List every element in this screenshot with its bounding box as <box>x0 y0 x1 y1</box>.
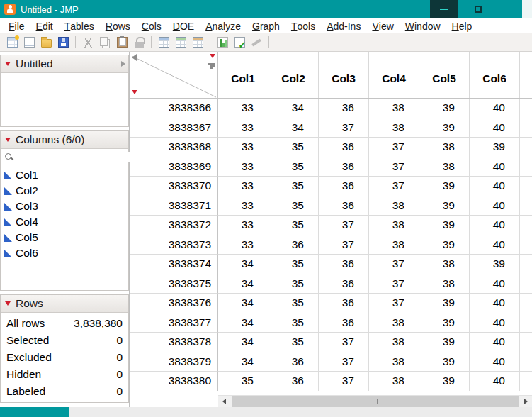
data-cell[interactable]: 37 <box>369 274 419 294</box>
data-cell[interactable]: 39 <box>419 118 470 138</box>
scrollbar-track[interactable] <box>230 396 520 408</box>
annotate-button[interactable] <box>248 35 265 50</box>
data-cell[interactable]: 34 <box>218 352 268 372</box>
data-cell[interactable]: 35 <box>218 372 268 391</box>
scrollbar-thumb[interactable] <box>232 396 519 408</box>
data-cell[interactable]: 37 <box>369 177 419 196</box>
menu-item-analyze[interactable]: Analyze <box>200 18 247 33</box>
data-cell[interactable]: 36 <box>319 138 369 157</box>
menu-item-rows[interactable]: Rows <box>100 18 136 33</box>
data-cell[interactable]: 37 <box>319 372 369 391</box>
column-item-col5[interactable]: Col5 <box>1 230 128 245</box>
data-cell[interactable]: 33 <box>218 177 268 196</box>
data-cell[interactable]: 39 <box>419 333 470 352</box>
data-cell[interactable]: 38 <box>369 235 419 255</box>
data-cell[interactable]: 39 <box>470 138 520 157</box>
data-cell[interactable]: 38 <box>419 138 470 157</box>
data-cell[interactable]: 39 <box>419 177 470 196</box>
data-cell[interactable]: 33 <box>218 157 268 177</box>
data-cell[interactable]: 34 <box>268 118 319 138</box>
data-cell[interactable]: 36 <box>319 313 369 333</box>
data-cell[interactable]: 38 <box>419 157 470 177</box>
data-cell[interactable]: 37 <box>319 118 369 138</box>
grid-filter-icon[interactable] <box>208 63 215 69</box>
row-number-cell[interactable]: 3838367 <box>130 118 218 138</box>
data-cell[interactable]: 39 <box>419 235 470 255</box>
data-cell[interactable]: 37 <box>319 235 369 255</box>
column-item-col4[interactable]: Col4 <box>1 214 128 230</box>
data-cell[interactable]: 40 <box>470 99 520 118</box>
close-button-partial[interactable] <box>522 0 532 18</box>
collapse-panel-icon[interactable] <box>132 54 137 61</box>
rows-stat-hidden[interactable]: Hidden0 <box>1 366 128 383</box>
open-journal-button[interactable] <box>21 35 38 50</box>
data-cell[interactable]: 40 <box>470 352 520 372</box>
data-cell[interactable]: 36 <box>319 196 369 216</box>
column-header-col1[interactable]: Col1 <box>218 52 268 98</box>
menu-item-graph[interactable]: Graph <box>247 18 285 33</box>
menu-item-file[interactable]: File <box>3 18 30 33</box>
rows-stat-excluded[interactable]: Excluded0 <box>1 349 128 366</box>
data-cell[interactable]: 38 <box>369 333 419 352</box>
data-cell[interactable]: 35 <box>268 255 319 274</box>
row-number-cell[interactable]: 3838372 <box>130 216 218 235</box>
data-cell[interactable]: 40 <box>470 177 520 196</box>
data-cell[interactable]: 40 <box>470 157 520 177</box>
row-number-cell[interactable]: 3838379 <box>130 352 218 372</box>
column-header-col4[interactable]: Col4 <box>369 52 419 98</box>
subset-table-button[interactable] <box>172 35 189 50</box>
table-red-triangle-menu-icon[interactable] <box>5 62 11 66</box>
row-number-cell[interactable]: 3838370 <box>130 177 218 196</box>
menu-item-cols[interactable]: Cols <box>136 18 167 33</box>
data-cell[interactable]: 40 <box>470 216 520 235</box>
data-cell[interactable]: 33 <box>218 216 268 235</box>
columns-menu-button[interactable] <box>210 54 215 58</box>
menu-item-tools[interactable]: Tools <box>285 18 321 33</box>
data-cell[interactable]: 33 <box>218 118 268 138</box>
data-cell[interactable]: 35 <box>268 294 319 313</box>
paste-button[interactable] <box>113 35 130 50</box>
menu-item-help[interactable]: Help <box>446 18 478 33</box>
column-search-input[interactable] <box>16 152 141 162</box>
data-cell[interactable]: 38 <box>369 372 419 391</box>
open-file-button[interactable] <box>38 35 55 50</box>
data-cell[interactable]: 40 <box>470 333 520 352</box>
data-cell[interactable]: 38 <box>369 313 419 333</box>
menu-item-tables[interactable]: Tables <box>59 18 100 33</box>
data-cell[interactable]: 36 <box>319 177 369 196</box>
data-cell[interactable]: 38 <box>419 255 470 274</box>
data-cell[interactable]: 37 <box>369 255 419 274</box>
columns-red-triangle-menu-icon[interactable] <box>5 138 11 142</box>
data-cell[interactable]: 33 <box>218 196 268 216</box>
data-cell[interactable]: 35 <box>268 216 319 235</box>
data-cell[interactable]: 36 <box>319 294 369 313</box>
lock-button[interactable] <box>130 35 147 50</box>
column-header-col5[interactable]: Col5 <box>419 52 470 98</box>
scroll-right-button[interactable] <box>520 396 532 408</box>
run-script-button[interactable] <box>231 35 248 50</box>
minimize-button[interactable] <box>430 0 458 18</box>
menu-item-doe[interactable]: DOE <box>167 18 200 33</box>
panel-collapse-icon[interactable] <box>121 61 125 67</box>
data-cell[interactable]: 35 <box>268 138 319 157</box>
data-cell[interactable]: 36 <box>319 274 369 294</box>
row-number-cell[interactable]: 3838371 <box>130 196 218 216</box>
column-header-col6[interactable]: Col6 <box>470 52 520 98</box>
data-cell[interactable]: 39 <box>419 294 470 313</box>
data-cell[interactable]: 39 <box>419 352 470 372</box>
scroll-left-button[interactable] <box>218 396 230 408</box>
cut-button[interactable] <box>79 35 96 50</box>
row-number-cell[interactable]: 3838366 <box>130 99 218 118</box>
data-cell[interactable]: 33 <box>218 138 268 157</box>
column-item-col6[interactable]: Col6 <box>1 245 128 261</box>
data-cell[interactable]: 37 <box>369 138 419 157</box>
data-cell[interactable]: 35 <box>268 157 319 177</box>
menu-item-window[interactable]: Window <box>400 18 446 33</box>
data-cell[interactable]: 35 <box>268 177 319 196</box>
data-cell[interactable]: 34 <box>218 333 268 352</box>
data-cell[interactable]: 39 <box>419 99 470 118</box>
data-cell[interactable]: 40 <box>470 294 520 313</box>
data-cell[interactable]: 36 <box>268 352 319 372</box>
rows-stat-selected[interactable]: Selected0 <box>1 332 128 349</box>
data-cell[interactable]: 40 <box>470 274 520 294</box>
